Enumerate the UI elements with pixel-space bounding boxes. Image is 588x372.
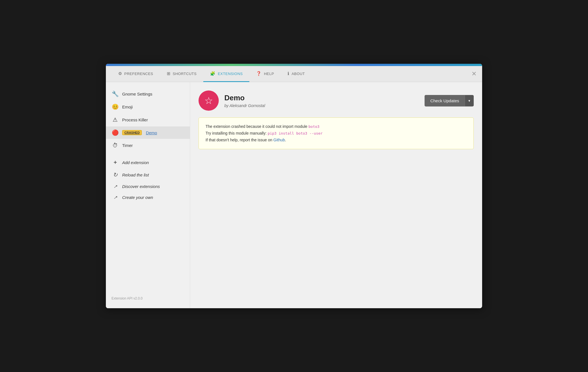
- main-window: ⚙ PREFERENCES ⊞ SHORTCUTS 🧩 EXTENSIONS ❓…: [106, 64, 482, 308]
- create-icon: ↗: [111, 195, 119, 200]
- sidebar-item-emoji-label: Emoji: [122, 105, 133, 109]
- sidebar-item-timer-label: Timer: [122, 143, 133, 148]
- error-line3: If that doesn't help, report the issue o…: [206, 137, 467, 144]
- content-area: 🔧 Gnome Settings 😊 Emoji ⚠ Process Kille…: [106, 82, 482, 308]
- shortcuts-icon: ⊞: [167, 71, 171, 76]
- extension-header: ☆ Demo by Aleksandr Gornostal Check Upda…: [199, 90, 474, 111]
- github-link[interactable]: Github: [274, 138, 285, 142]
- add-extension-icon: +: [111, 159, 119, 166]
- sidebar-item-process-killer-label: Process Killer: [122, 117, 148, 122]
- error-line1: The extension crashed because it could n…: [206, 123, 467, 130]
- check-updates-button[interactable]: Check Updates ▾: [425, 95, 474, 106]
- tab-shortcuts[interactable]: ⊞ SHORTCUTS: [160, 66, 204, 82]
- discover-extensions-action[interactable]: ↗ Discover extensions: [106, 181, 190, 192]
- sidebar-item-emoji[interactable]: 😊 Emoji: [106, 101, 190, 113]
- discover-icon: ↗: [111, 184, 119, 189]
- api-version: Extension API v2.0.0: [106, 292, 190, 303]
- gnome-settings-icon: 🔧: [111, 90, 119, 97]
- tab-extensions[interactable]: 🧩 EXTENSIONS: [203, 66, 249, 82]
- sidebar-item-process-killer[interactable]: ⚠ Process Killer: [106, 114, 190, 126]
- discover-extensions-label: Discover extensions: [122, 184, 160, 189]
- tab-about[interactable]: ℹ ABOUT: [281, 66, 312, 82]
- error-line2: Try installing this module manually: pip…: [206, 130, 467, 137]
- emoji-icon: 😊: [111, 103, 119, 110]
- sidebar-item-demo[interactable]: 🔴 Crashed Demo: [106, 126, 190, 139]
- tab-help-label: HELP: [264, 72, 274, 76]
- error-module-name: boto3: [309, 124, 320, 129]
- tab-preferences-label: PREFERENCES: [124, 72, 153, 76]
- error-line2-prefix: Try installing this module manually:: [206, 131, 268, 135]
- extension-name: Demo: [224, 94, 419, 102]
- reload-list-action[interactable]: ↻ Reload the list: [106, 169, 190, 181]
- timer-icon: ⏱: [111, 142, 119, 149]
- create-your-own-label: Create your own: [122, 195, 153, 200]
- help-icon: ❓: [256, 71, 262, 76]
- check-updates-dropdown-arrow[interactable]: ▾: [465, 95, 474, 106]
- tab-shortcuts-label: SHORTCUTS: [173, 72, 197, 76]
- extensions-icon: 🧩: [210, 71, 216, 76]
- check-updates-label: Check Updates: [425, 95, 465, 106]
- error-line1-prefix: The extension crashed because it could n…: [206, 124, 309, 129]
- sidebar: 🔧 Gnome Settings 😊 Emoji ⚠ Process Kille…: [106, 82, 190, 308]
- main-panel: ☆ Demo by Aleksandr Gornostal Check Upda…: [190, 82, 482, 308]
- tab-bar: ⚙ PREFERENCES ⊞ SHORTCUTS 🧩 EXTENSIONS ❓…: [106, 66, 482, 82]
- tab-preferences[interactable]: ⚙ PREFERENCES: [111, 66, 160, 82]
- create-your-own-action[interactable]: ↗ Create your own: [106, 192, 190, 203]
- error-line3-suffix: .: [285, 138, 286, 142]
- about-icon: ℹ: [288, 71, 290, 76]
- error-install-cmd: pip3 install boto3 --user: [268, 131, 323, 135]
- process-killer-icon: ⚠: [111, 116, 119, 123]
- reload-list-label: Reload the list: [122, 173, 149, 177]
- extension-author: by Aleksandr Gornostal: [224, 103, 419, 108]
- tab-about-label: ABOUT: [291, 72, 305, 76]
- add-extension-label: Add extension: [122, 160, 149, 165]
- preferences-icon: ⚙: [118, 71, 122, 76]
- sidebar-item-gnome-settings[interactable]: 🔧 Gnome Settings: [106, 88, 190, 100]
- sidebar-item-demo-label[interactable]: Demo: [146, 130, 157, 135]
- sidebar-item-timer[interactable]: ⏱ Timer: [106, 139, 190, 151]
- crashed-badge[interactable]: Crashed: [122, 130, 142, 135]
- sidebar-actions: + Add extension ↻ Reload the list ↗ Disc…: [106, 156, 190, 203]
- extension-star-icon: ☆: [204, 95, 213, 106]
- demo-ext-icon: 🔴: [111, 129, 119, 136]
- extension-icon: ☆: [199, 90, 219, 111]
- error-line3-prefix: If that doesn't help, report the issue o…: [206, 138, 274, 142]
- close-button[interactable]: ✕: [471, 71, 477, 77]
- tab-extensions-label: EXTENSIONS: [218, 72, 243, 76]
- error-box: The extension crashed because it could n…: [199, 117, 474, 149]
- tab-help[interactable]: ❓ HELP: [249, 66, 281, 82]
- sidebar-item-gnome-settings-label: Gnome Settings: [122, 92, 152, 96]
- reload-icon: ↻: [111, 171, 119, 178]
- extension-info: Demo by Aleksandr Gornostal: [224, 94, 419, 108]
- add-extension-action[interactable]: + Add extension: [106, 156, 190, 169]
- top-gradient-bar: [106, 64, 482, 66]
